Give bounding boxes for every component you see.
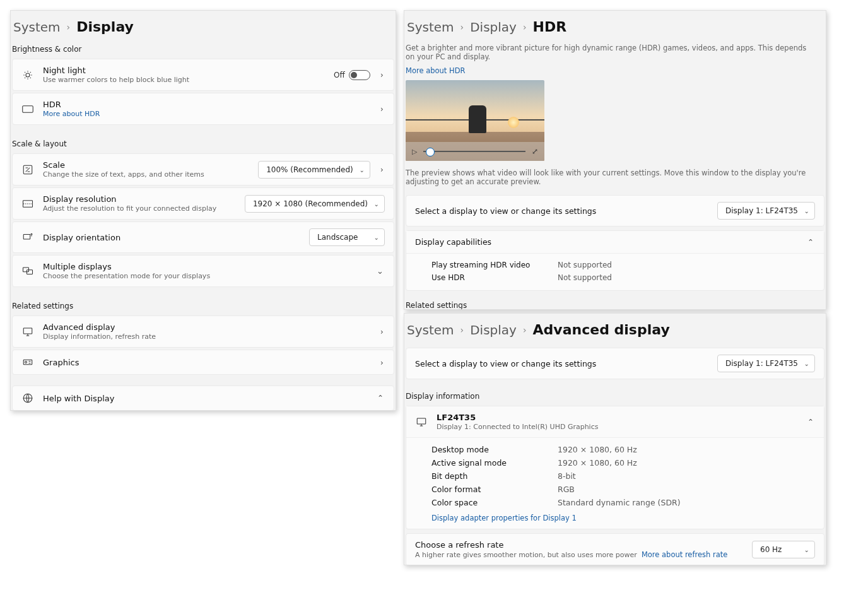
- scale-value: 100% (Recommended): [266, 165, 353, 174]
- help-title: Help with Display: [43, 394, 367, 403]
- refresh-rate-row: Choose a refresh rate A higher rate give…: [406, 533, 824, 565]
- chevron-right-icon: ›: [379, 104, 385, 114]
- chevron-up-icon: ⌃: [806, 418, 815, 427]
- orientation-row[interactable]: Display orientation Landscape ⌄: [12, 221, 394, 253]
- svg-rect-12: [417, 418, 426, 424]
- night-light-row[interactable]: Night light Use warmer colors to help bl…: [12, 59, 394, 91]
- crumb-system[interactable]: System: [13, 20, 61, 35]
- crumb-system[interactable]: System: [407, 20, 454, 35]
- refresh-rate-dropdown[interactable]: 60 Hz ⌄: [752, 541, 815, 558]
- chevron-up-icon: ⌃: [376, 394, 385, 403]
- graphics-title: Graphics: [43, 358, 370, 367]
- svg-rect-1: [23, 105, 33, 112]
- chevron-right-icon: ›: [379, 358, 385, 367]
- scale-row[interactable]: Scale Change the size of text, apps, and…: [12, 153, 394, 186]
- display-info-header[interactable]: LF24T35 Display 1: Connected to Intel(R)…: [406, 406, 824, 437]
- scale-desc: Change the size of text, apps, and other…: [43, 170, 249, 179]
- display-info-list: Desktop mode1920 × 1080, 60 Hz Active si…: [406, 437, 824, 529]
- section-brightness-color: Brightness & color: [11, 41, 396, 59]
- resolution-row[interactable]: Display resolution Adjust the resolution…: [12, 187, 394, 220]
- hdr-title: HDR: [43, 100, 370, 109]
- more-about-hdr-link[interactable]: More about HDR: [43, 110, 370, 118]
- toggle-state-label: Off: [334, 71, 345, 80]
- night-light-icon: [21, 69, 34, 81]
- color-space-label: Color space: [431, 498, 532, 507]
- night-light-toggle[interactable]: Off: [334, 70, 370, 80]
- resolution-dropdown[interactable]: 1920 × 1080 (Recommended) ⌄: [245, 195, 385, 213]
- section-related-settings: Related settings: [11, 298, 396, 315]
- chevron-right-icon: ›: [379, 165, 385, 174]
- section-display-information: Display information: [404, 388, 826, 406]
- select-display-row: Select a display to view or change its s…: [406, 195, 824, 227]
- graphics-row[interactable]: Graphics ›: [12, 350, 394, 375]
- hdr-row[interactable]: HDR More about HDR ›: [12, 93, 394, 125]
- monitor-icon: [21, 326, 34, 338]
- multiple-displays-icon: [21, 266, 34, 277]
- resolution-value: 1920 × 1080 (Recommended): [253, 199, 368, 208]
- display-capabilities-card: Display capabilities ⌃ Play streaming HD…: [406, 230, 824, 291]
- select-display-label: Select a display to view or change its s…: [415, 359, 708, 368]
- monitor-icon: [415, 416, 428, 428]
- video-seek-slider[interactable]: [423, 151, 525, 152]
- more-about-hdr-link[interactable]: More about HDR: [404, 66, 826, 79]
- display-dropdown[interactable]: Display 1: LF24T35 ⌄: [717, 202, 815, 220]
- resolution-title: Display resolution: [43, 194, 236, 204]
- resolution-desc: Adjust the resolution to fit your connec…: [43, 204, 236, 213]
- select-display-label: Select a display to view or change its s…: [415, 206, 708, 216]
- crumb-system[interactable]: System: [407, 322, 454, 338]
- video-controls: ▷ ⤢: [406, 142, 544, 161]
- chevron-right-icon: ›: [379, 70, 385, 80]
- breadcrumb: System › Display › HDR: [404, 11, 826, 41]
- refresh-rate-value: 60 Hz: [760, 545, 782, 554]
- crumb-display[interactable]: Display: [470, 322, 517, 338]
- help-icon: [21, 392, 34, 404]
- display-dropdown[interactable]: Display 1: LF24T35 ⌄: [717, 355, 815, 372]
- orientation-dropdown[interactable]: Landscape ⌄: [309, 228, 385, 246]
- refresh-rate-title: Choose a refresh rate: [415, 540, 743, 550]
- hdr-intro-text: Get a brighter and more vibrant picture …: [404, 41, 826, 66]
- preview-note: The preview shows what video will look l…: [404, 166, 826, 191]
- desktop-mode-label: Desktop mode: [431, 445, 532, 454]
- crumb-hdr: HDR: [533, 19, 567, 35]
- display-settings-panel: System › Display Brightness & color Nigh…: [10, 10, 396, 411]
- color-space-value: Standard dynamic range (SDR): [558, 498, 681, 507]
- cap-use-hdr-value: Not supported: [558, 273, 612, 282]
- graphics-icon: [21, 356, 34, 368]
- chevron-down-icon: ⌄: [804, 208, 809, 215]
- cap-streaming-hdr-value: Not supported: [558, 261, 612, 269]
- hdr-preview-video[interactable]: ▷ ⤢: [406, 80, 544, 161]
- svg-point-0: [26, 73, 30, 77]
- active-signal-value: 1920 × 1080, 60 Hz: [558, 458, 637, 468]
- hdr-icon: [21, 105, 34, 113]
- adapter-properties-link[interactable]: Display adapter properties for Display 1: [431, 514, 577, 522]
- multiple-displays-desc: Choose the presentation mode for your di…: [43, 272, 367, 280]
- multiple-displays-title: Multiple displays: [43, 262, 367, 271]
- select-display-row: Select a display to view or change its s…: [406, 348, 824, 379]
- crumb-display: Display: [76, 19, 134, 35]
- caps-header-label: Display capabilities: [415, 237, 797, 247]
- multiple-displays-row[interactable]: Multiple displays Choose the presentatio…: [12, 255, 394, 287]
- crumb-display[interactable]: Display: [470, 20, 517, 35]
- color-format-value: RGB: [558, 485, 575, 494]
- advanced-display-title: Advanced display: [43, 322, 370, 332]
- chevron-down-icon: ⌄: [359, 166, 364, 173]
- resolution-icon: [21, 198, 34, 209]
- chevron-right-icon: ›: [379, 327, 385, 336]
- scale-dropdown[interactable]: 100% (Recommended) ⌄: [258, 161, 370, 179]
- advanced-display-panel: System › Display › Advanced display Sele…: [404, 313, 826, 565]
- chevron-up-icon: ⌃: [806, 238, 815, 247]
- night-light-title: Night light: [43, 66, 325, 75]
- display-capabilities-header[interactable]: Display capabilities ⌃: [406, 231, 824, 253]
- advanced-display-row[interactable]: Advanced display Display information, re…: [12, 315, 394, 348]
- desktop-mode-value: 1920 × 1080, 60 Hz: [558, 445, 637, 454]
- active-signal-label: Active signal mode: [431, 458, 532, 468]
- more-about-refresh-rate-link[interactable]: More about refresh rate: [642, 550, 727, 559]
- fullscreen-icon[interactable]: ⤢: [532, 147, 538, 156]
- orientation-icon: [21, 232, 34, 243]
- play-icon[interactable]: ▷: [412, 148, 417, 156]
- help-with-display-row[interactable]: Help with Display ⌃: [12, 386, 394, 411]
- cap-use-hdr-label: Use HDR: [431, 273, 532, 282]
- color-format-label: Color format: [431, 485, 532, 494]
- chevron-down-icon: ⌄: [375, 266, 385, 276]
- cap-streaming-hdr-label: Play streaming HDR video: [431, 261, 532, 269]
